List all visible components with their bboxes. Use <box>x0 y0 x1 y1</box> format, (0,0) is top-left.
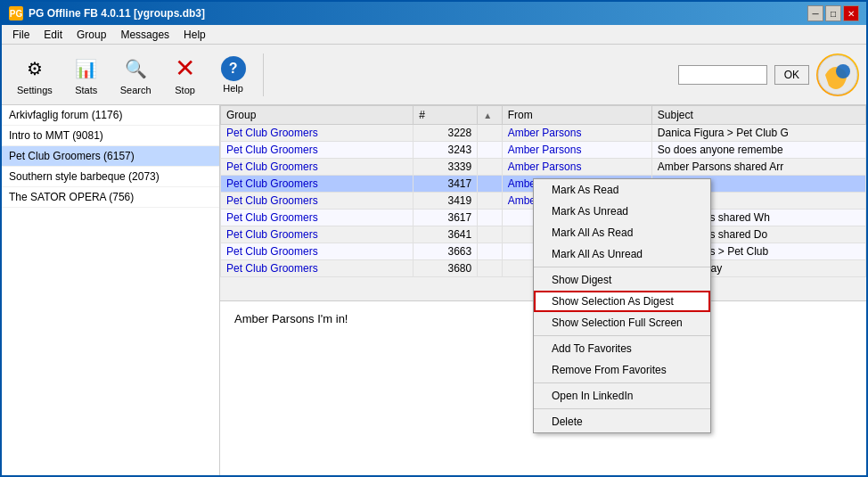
context-menu-item-mark-all-as-unread[interactable]: Mark All As Unread <box>534 243 710 265</box>
stats-button[interactable]: 📊 Stats <box>64 50 109 100</box>
help-label: Help <box>223 83 243 94</box>
context-menu-item-mark-as-unread[interactable]: Mark As Unread <box>534 201 710 222</box>
menu-bar: File Edit Group Messages Help <box>2 25 866 45</box>
context-menu-item-mark-all-as-read[interactable]: Mark All As Read <box>534 222 710 243</box>
cell-subject: Danica Figura > Pet Club G <box>651 125 865 142</box>
toolbar-separator <box>263 53 264 96</box>
stats-icon: 📊 <box>72 54 101 83</box>
context-menu-separator <box>534 382 710 383</box>
context-menu-item-mark-as-read[interactable]: Mark As Read <box>534 179 710 201</box>
sidebar-item-sator[interactable]: The SATOR OPERA (756) <box>2 187 219 208</box>
col-header-num[interactable]: # <box>414 106 478 125</box>
menu-messages[interactable]: Messages <box>113 27 176 43</box>
svg-point-1 <box>836 64 850 78</box>
cell-group: Pet Club Groomers <box>221 142 414 159</box>
menu-file[interactable]: File <box>5 27 37 43</box>
preview-text: Amber Parsons I'm in! <box>234 312 348 325</box>
context-menu-item-delete[interactable]: Delete <box>534 411 710 432</box>
cell-num: 3417 <box>414 176 478 193</box>
cell-flag <box>478 125 503 142</box>
search-label: Search <box>120 85 151 95</box>
search-icon: 🔍 <box>121 54 150 83</box>
cell-subject: So does anyone remembe <box>651 142 865 159</box>
cell-flag <box>478 260 503 277</box>
toolbar-right: OK <box>678 53 859 96</box>
settings-label: Settings <box>17 85 53 95</box>
cell-flag <box>478 159 503 176</box>
stop-button[interactable]: ✕ Stop <box>163 50 208 100</box>
col-header-from[interactable]: From <box>502 106 651 125</box>
sidebar-item-petclub[interactable]: Pet Club Groomers (6157) <box>2 146 219 167</box>
cell-group: Pet Club Groomers <box>221 193 414 210</box>
context-menu-separator <box>534 267 710 267</box>
cell-flag <box>478 226 503 243</box>
cell-num: 3617 <box>414 210 478 226</box>
toolbar: ⚙ Settings 📊 Stats 🔍 Search ✕ Stop ? Hel… <box>2 45 866 105</box>
settings-icon: ⚙ <box>20 54 49 83</box>
main-window: PG PG Offline FB 4.0.11 [ygroups.db3] ─ … <box>0 0 868 477</box>
context-menu-item-remove-from-favorites[interactable]: Remove From Favorites <box>534 359 710 381</box>
sidebar-item-arkivfaglig[interactable]: Arkivfaglig forum (1176) <box>2 105 219 126</box>
sidebar: Arkivfaglig forum (1176) Intro to MMT (9… <box>2 105 220 475</box>
stats-label: Stats <box>75 85 97 95</box>
col-header-subject[interactable]: Subject <box>651 106 865 125</box>
context-menu-item-show-selection-as-digest[interactable]: Show Selection As Digest <box>534 291 710 312</box>
cell-num: 3663 <box>414 243 478 260</box>
sidebar-item-intro[interactable]: Intro to MMT (9081) <box>2 126 219 146</box>
menu-help[interactable]: Help <box>176 27 213 43</box>
cell-group: Pet Club Groomers <box>221 176 414 193</box>
cell-group: Pet Club Groomers <box>221 243 414 260</box>
col-header-group[interactable]: Group <box>221 106 414 125</box>
title-bar-controls: ─ □ ✕ <box>807 5 859 21</box>
window-title: PG Offline FB 4.0.11 [ygroups.db3] <box>29 7 205 20</box>
stop-icon: ✕ <box>171 54 200 83</box>
close-button[interactable]: ✕ <box>843 5 859 21</box>
context-menu-item-show-selection-full-screen[interactable]: Show Selection Full Screen <box>534 312 710 333</box>
cell-num: 3419 <box>414 193 478 210</box>
search-button[interactable]: 🔍 Search <box>112 50 160 100</box>
context-menu-item-add-to-favorites[interactable]: Add To Favorites <box>534 338 710 359</box>
cell-num: 3680 <box>414 260 478 277</box>
cell-from: Amber Parsons <box>502 125 651 142</box>
ok-button[interactable]: OK <box>774 65 809 85</box>
settings-button[interactable]: ⚙ Settings <box>9 50 61 100</box>
cell-from: Amber Parsons <box>502 159 651 176</box>
maximize-button[interactable]: □ <box>825 5 841 21</box>
cell-group: Pet Club Groomers <box>221 210 414 226</box>
context-menu: Mark As ReadMark As UnreadMark All As Re… <box>533 178 711 433</box>
cell-group: Pet Club Groomers <box>221 226 414 243</box>
sidebar-item-southern[interactable]: Southern style barbeque (2073) <box>2 167 219 187</box>
help-icon: ? <box>221 56 246 81</box>
app-icon: PG <box>9 6 23 21</box>
context-menu-separator <box>534 408 710 409</box>
cell-subject: Amber Parsons shared Arr <box>651 159 865 176</box>
context-menu-separator <box>534 335 710 336</box>
title-bar: PG PG Offline FB 4.0.11 [ygroups.db3] ─ … <box>2 2 866 25</box>
cell-group: Pet Club Groomers <box>221 260 414 277</box>
table-row[interactable]: Pet Club Groomers 3339 Amber Parsons Amb… <box>221 159 866 176</box>
cell-num: 3339 <box>414 159 478 176</box>
cell-flag <box>478 176 503 193</box>
minimize-button[interactable]: ─ <box>807 5 823 21</box>
cell-num: 3641 <box>414 226 478 243</box>
menu-edit[interactable]: Edit <box>37 27 70 43</box>
table-row[interactable]: Pet Club Groomers 3243 Amber Parsons So … <box>221 142 866 159</box>
search-input[interactable] <box>678 65 767 85</box>
menu-group[interactable]: Group <box>70 27 113 43</box>
app-logo <box>816 53 859 96</box>
cell-flag <box>478 142 503 159</box>
cell-group: Pet Club Groomers <box>221 159 414 176</box>
title-bar-left: PG PG Offline FB 4.0.11 [ygroups.db3] <box>9 6 205 21</box>
col-header-sort[interactable]: ▲ <box>478 106 503 125</box>
table-row[interactable]: Pet Club Groomers 3228 Amber Parsons Dan… <box>221 125 866 142</box>
cell-from: Amber Parsons <box>502 142 651 159</box>
help-button[interactable]: ? Help <box>211 52 256 98</box>
content-area: Arkivfaglig forum (1176) Intro to MMT (9… <box>2 105 866 475</box>
context-menu-item-show-digest[interactable]: Show Digest <box>534 269 710 291</box>
context-menu-item-open-in-linkedin[interactable]: Open In LinkedIn <box>534 385 710 407</box>
cell-num: 3243 <box>414 142 478 159</box>
cell-flag <box>478 243 503 260</box>
stop-label: Stop <box>175 85 195 95</box>
cell-group: Pet Club Groomers <box>221 125 414 142</box>
cell-flag <box>478 210 503 226</box>
